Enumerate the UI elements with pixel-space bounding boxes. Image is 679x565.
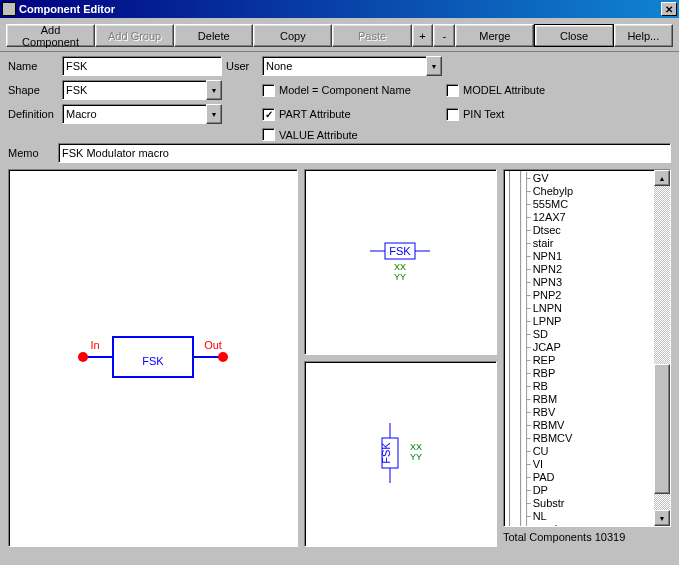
- form-area: Name User None ▼ Shape FSK ▼ Model = Com…: [0, 52, 679, 143]
- tree-item[interactable]: │ │ ├RBMCV: [504, 431, 654, 444]
- definition-combo[interactable]: Macro ▼: [62, 104, 222, 124]
- help-button[interactable]: Help...: [614, 24, 673, 47]
- name-input[interactable]: [62, 56, 222, 76]
- shape-label: Shape: [8, 84, 58, 96]
- name-label: Name: [8, 60, 58, 72]
- definition-label: Definition: [8, 108, 58, 120]
- user-label: User: [226, 60, 258, 72]
- scroll-down-button[interactable]: ▼: [654, 510, 670, 526]
- tree-item[interactable]: │ │ ├RBMV: [504, 418, 654, 431]
- tree-item[interactable]: │ │ ├LPNP: [504, 314, 654, 327]
- toolbar: Add Component Add Group Delete Copy Past…: [0, 18, 679, 52]
- preview-vertical: FSK XX YY: [304, 361, 497, 547]
- tree-item[interactable]: │ │ ├DP: [504, 483, 654, 496]
- close-button[interactable]: Close: [534, 24, 613, 47]
- tree-item[interactable]: │ │ ├JCAP: [504, 340, 654, 353]
- window-title: Component Editor: [19, 3, 661, 15]
- minus-button[interactable]: -: [433, 24, 455, 47]
- memo-row: Memo: [0, 143, 679, 167]
- tree-item[interactable]: │ │ ├Dtsec: [504, 223, 654, 236]
- tree-item[interactable]: │ │ ├Substr: [504, 496, 654, 509]
- tree-item[interactable]: │ │ ├GV: [504, 171, 654, 184]
- scroll-track[interactable]: [654, 186, 670, 510]
- chevron-down-icon[interactable]: ▼: [206, 104, 222, 124]
- add-component-button[interactable]: Add Component: [6, 24, 95, 47]
- preview-panels: FSK In Out FSK XX: [8, 169, 497, 547]
- pin-text-checkbox[interactable]: PIN Text: [446, 108, 586, 121]
- tree-item[interactable]: │ │ ├SD: [504, 327, 654, 340]
- chevron-down-icon[interactable]: ▼: [206, 80, 222, 100]
- tree-item[interactable]: │ │ ├RBP: [504, 366, 654, 379]
- tree-scrollbar[interactable]: ▲ ▼: [654, 170, 670, 526]
- add-group-button[interactable]: Add Group: [95, 24, 174, 47]
- tree-item[interactable]: │ │ ├NPN2: [504, 262, 654, 275]
- paste-button[interactable]: Paste: [332, 24, 411, 47]
- tree-item[interactable]: │ │ ├PAD: [504, 470, 654, 483]
- status-footer: Total Components 10319: [503, 527, 671, 547]
- svg-text:FSK: FSK: [380, 442, 392, 464]
- tree-item[interactable]: │ │ ├RB: [504, 379, 654, 392]
- tree-item[interactable]: │ │ ├RBV: [504, 405, 654, 418]
- tree-item[interactable]: │ │ ├CU: [504, 444, 654, 457]
- memo-label: Memo: [8, 147, 54, 159]
- tree-item[interactable]: │ │ ├NPN3: [504, 275, 654, 288]
- tree-item[interactable]: │ │ ├REP: [504, 353, 654, 366]
- copy-button[interactable]: Copy: [253, 24, 332, 47]
- memo-input[interactable]: [58, 143, 671, 163]
- tree-item[interactable]: │ │ ├PNP2: [504, 288, 654, 301]
- svg-text:XX: XX: [410, 442, 422, 452]
- tree-item[interactable]: │ │ ├VI: [504, 457, 654, 470]
- tree-item[interactable]: │ │ ├555MC: [504, 197, 654, 210]
- titlebar: Component Editor ✕: [0, 0, 679, 18]
- scroll-thumb[interactable]: [654, 364, 670, 494]
- tree-item[interactable]: │ │ ├Chebylp: [504, 184, 654, 197]
- user-combo[interactable]: None ▼: [262, 56, 442, 76]
- svg-text:FSK: FSK: [390, 245, 412, 257]
- svg-point-1: [78, 352, 88, 362]
- svg-text:YY: YY: [410, 452, 422, 462]
- tree-container: │ │ ├GV│ │ ├Chebylp│ │ ├555MC│ │ ├12AX7│…: [503, 169, 671, 547]
- part-attr-checkbox[interactable]: ✓PART Attribute: [262, 108, 442, 121]
- tree-item[interactable]: │ │ ├NL: [504, 509, 654, 522]
- main-area: FSK In Out FSK XX: [0, 167, 679, 555]
- preview-horizontal: FSK XX YY: [304, 169, 497, 355]
- svg-text:YY: YY: [394, 272, 406, 282]
- scroll-up-button[interactable]: ▲: [654, 170, 670, 186]
- app-icon: [2, 2, 16, 16]
- value-attr-checkbox[interactable]: VALUE Attribute: [262, 128, 442, 141]
- tree-item[interactable]: │ │ ├NPN1: [504, 249, 654, 262]
- tree-item[interactable]: │ │ ├12AX7: [504, 210, 654, 223]
- merge-button[interactable]: Merge: [455, 24, 534, 47]
- delete-button[interactable]: Delete: [174, 24, 253, 47]
- svg-point-4: [218, 352, 228, 362]
- plus-button[interactable]: +: [412, 24, 434, 47]
- symbol-text: FSK: [142, 355, 164, 367]
- tree-item[interactable]: │ │ ├stair: [504, 236, 654, 249]
- tree-item[interactable]: │ │ ├RBM: [504, 392, 654, 405]
- pin-out-label: Out: [204, 339, 222, 351]
- model-component-checkbox[interactable]: Model = Component Name: [262, 84, 442, 97]
- shape-combo[interactable]: FSK ▼: [62, 80, 222, 100]
- pin-in-label: In: [90, 339, 99, 351]
- tree-item[interactable]: │ │ ├LNPN: [504, 301, 654, 314]
- chevron-down-icon[interactable]: ▼: [426, 56, 442, 76]
- preview-large: FSK In Out: [8, 169, 298, 547]
- tree-item[interactable]: │ │ ├grnoise: [504, 522, 654, 526]
- window-close-button[interactable]: ✕: [661, 2, 677, 16]
- model-attr-checkbox[interactable]: MODEL Attribute: [446, 84, 586, 97]
- component-tree[interactable]: │ │ ├GV│ │ ├Chebylp│ │ ├555MC│ │ ├12AX7│…: [503, 169, 671, 527]
- svg-text:XX: XX: [394, 262, 406, 272]
